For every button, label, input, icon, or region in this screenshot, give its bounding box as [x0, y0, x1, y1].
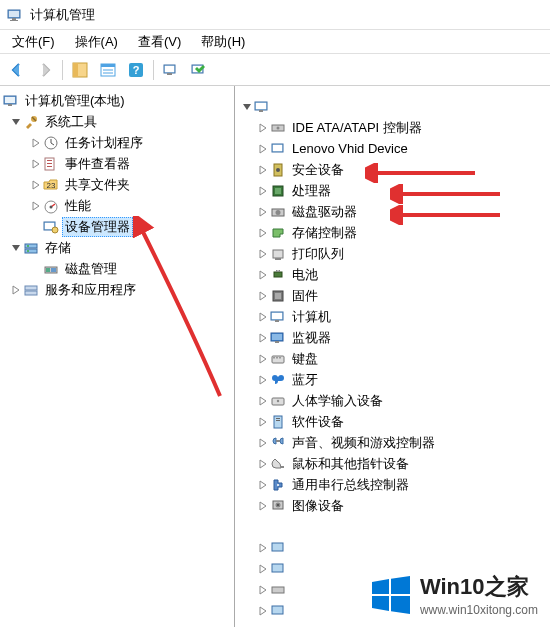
svg-rect-25 — [47, 166, 52, 167]
uninstall-button[interactable] — [186, 57, 212, 83]
svg-rect-58 — [279, 270, 281, 272]
device-category[interactable]: 固件 — [235, 285, 550, 306]
device-category[interactable]: 通用串行总线控制器 — [235, 474, 550, 495]
device-category-label: 处理器 — [289, 181, 334, 201]
device-icon — [269, 602, 287, 620]
svg-rect-7 — [101, 64, 115, 67]
device-category[interactable]: 声音、视频和游戏控制器 — [235, 432, 550, 453]
svg-rect-23 — [47, 160, 52, 161]
svg-rect-3 — [10, 20, 18, 21]
tree-device-manager[interactable]: 设备管理器 — [0, 216, 234, 237]
expander-icon[interactable] — [10, 116, 22, 128]
expander-icon[interactable] — [257, 437, 269, 449]
help-button[interactable]: ? — [123, 57, 149, 83]
expander-icon[interactable] — [257, 143, 269, 155]
device-category[interactable]: IDE ATA/ATAPI 控制器 — [235, 117, 550, 138]
device-icon — [269, 413, 287, 431]
device-category[interactable]: 软件设备 — [235, 411, 550, 432]
device-category[interactable]: 处理器 — [235, 180, 550, 201]
forward-button[interactable] — [32, 57, 58, 83]
tree-performance[interactable]: 性能 — [0, 195, 234, 216]
device-category[interactable]: 安全设备 — [235, 159, 550, 180]
expander-icon[interactable] — [10, 242, 22, 254]
expander-icon[interactable] — [257, 227, 269, 239]
svg-rect-40 — [25, 291, 37, 295]
expander-icon[interactable] — [257, 416, 269, 428]
expander-icon[interactable] — [257, 458, 269, 470]
expander-icon[interactable] — [257, 269, 269, 281]
device-icon — [269, 350, 287, 368]
expander-icon[interactable] — [257, 332, 269, 344]
main-area: 计算机管理(本地) 系统工具 任务计划程序 — [0, 86, 550, 627]
svg-rect-24 — [47, 163, 52, 164]
device-category-label: 键盘 — [289, 349, 321, 369]
device-icon — [269, 539, 287, 557]
tree-label: 设备管理器 — [62, 217, 133, 237]
expander-icon[interactable] — [257, 479, 269, 491]
device-category[interactable] — [235, 537, 550, 558]
device-category-label: 图像设备 — [289, 496, 347, 516]
tree-disk-management[interactable]: 磁盘管理 — [0, 258, 234, 279]
tree-event-viewer[interactable]: 事件查看器 — [0, 153, 234, 174]
expander-icon[interactable] — [257, 605, 269, 617]
expander-icon[interactable] — [257, 542, 269, 554]
tree-system-tools[interactable]: 系统工具 — [0, 111, 234, 132]
device-category-label: 蓝牙 — [289, 370, 321, 390]
expander-icon[interactable] — [30, 158, 42, 170]
device-category[interactable]: 计算机 — [235, 306, 550, 327]
device-category-label: 鼠标和其他指针设备 — [289, 454, 412, 474]
show-hide-tree-button[interactable] — [67, 57, 93, 83]
device-category[interactable]: 图像设备 — [235, 495, 550, 516]
expander-icon[interactable] — [257, 353, 269, 365]
expander-icon[interactable] — [257, 206, 269, 218]
device-category[interactable]: 鼠标和其他指针设备 — [235, 453, 550, 474]
svg-rect-37 — [46, 268, 50, 272]
scheduler-icon — [42, 134, 60, 152]
tree-storage[interactable]: 存储 — [0, 237, 234, 258]
device-category[interactable]: 键盘 — [235, 348, 550, 369]
menu-help[interactable]: 帮助(H) — [193, 31, 253, 53]
svg-point-49 — [276, 168, 280, 172]
svg-rect-18 — [5, 97, 15, 103]
device-category[interactable]: 磁盘驱动器 — [235, 201, 550, 222]
expander-icon[interactable] — [257, 500, 269, 512]
device-category[interactable]: Lenovo Vhid Device — [235, 138, 550, 159]
expander-icon[interactable] — [257, 311, 269, 323]
device-category[interactable]: 存储控制器 — [235, 222, 550, 243]
expander-icon[interactable] — [257, 584, 269, 596]
tree-shared-folders[interactable]: 23 共享文件夹 — [0, 174, 234, 195]
menu-file[interactable]: 文件(F) — [4, 31, 63, 53]
refresh-button[interactable] — [158, 57, 184, 83]
device-category[interactable]: 蓝牙 — [235, 369, 550, 390]
expander-icon[interactable] — [257, 563, 269, 575]
expander-icon[interactable] — [257, 395, 269, 407]
svg-rect-43 — [259, 110, 263, 112]
device-root[interactable] — [235, 96, 550, 117]
expander-icon[interactable] — [257, 185, 269, 197]
back-button[interactable] — [4, 57, 30, 83]
tree-task-scheduler[interactable]: 任务计划程序 — [0, 132, 234, 153]
menu-action[interactable]: 操作(A) — [67, 31, 126, 53]
expander-icon[interactable] — [30, 137, 42, 149]
expander-icon[interactable] — [30, 179, 42, 191]
expander-icon[interactable] — [257, 290, 269, 302]
svg-rect-47 — [273, 145, 282, 151]
tree-root[interactable]: 计算机管理(本地) — [0, 90, 234, 111]
menu-view[interactable]: 查看(V) — [130, 31, 189, 53]
expander-icon[interactable] — [257, 248, 269, 260]
expander-icon[interactable] — [257, 122, 269, 134]
expander-icon[interactable] — [257, 164, 269, 176]
device-category[interactable]: 电池 — [235, 264, 550, 285]
expander-icon[interactable] — [241, 101, 253, 113]
properties-button[interactable] — [95, 57, 121, 83]
device-category[interactable]: 监视器 — [235, 327, 550, 348]
tree-services-apps[interactable]: 服务和应用程序 — [0, 279, 234, 300]
expander-icon[interactable] — [257, 374, 269, 386]
device-category-label: 软件设备 — [289, 412, 347, 432]
device-category[interactable]: 人体学输入设备 — [235, 390, 550, 411]
svg-rect-76 — [276, 440, 280, 442]
device-category[interactable]: 打印队列 — [235, 243, 550, 264]
expander-icon[interactable] — [30, 200, 42, 212]
expander-icon[interactable] — [10, 284, 22, 296]
svg-point-45 — [277, 126, 280, 129]
